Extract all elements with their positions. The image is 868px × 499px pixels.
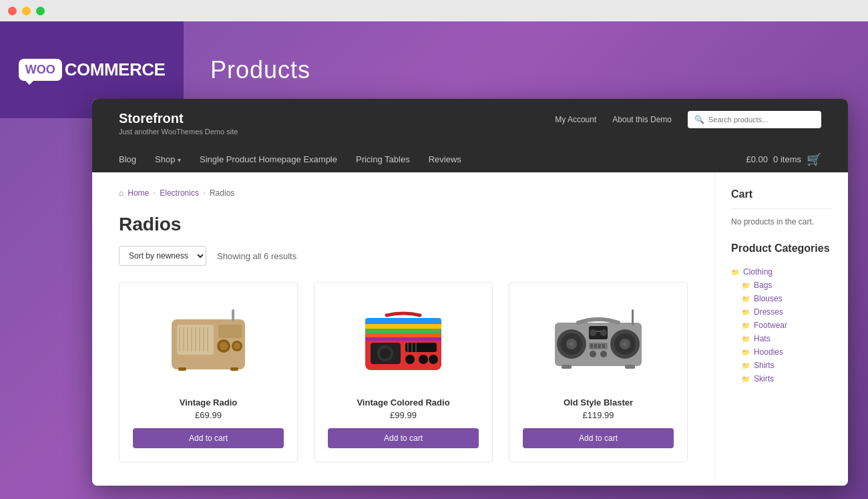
add-to-cart-1[interactable]: Add to cart xyxy=(328,428,479,448)
folder-icon-skirts: 📁 xyxy=(742,375,750,383)
product-name-1: Vintage Colored Radio xyxy=(328,397,479,407)
cart-area[interactable]: £0.00 0 items 🛒 xyxy=(746,152,821,167)
folder-icon-hats: 📁 xyxy=(742,335,750,343)
category-item-skirts[interactable]: 📁 Skirts xyxy=(731,372,832,385)
category-list: 📁 Clothing 📁 Bags 📁 Blouses 📁 Dresses 📁 xyxy=(731,265,832,385)
svg-rect-51 xyxy=(602,344,605,348)
svg-point-14 xyxy=(234,343,240,349)
folder-icon-shirts: 📁 xyxy=(742,362,750,369)
svg-point-32 xyxy=(419,355,428,364)
breadcrumb-electronics[interactable]: Electronics xyxy=(160,188,199,198)
category-label-skirts: Skirts xyxy=(754,374,774,383)
page-title-header: Products xyxy=(210,56,868,84)
add-to-cart-0[interactable]: Add to cart xyxy=(133,428,284,448)
svg-point-44 xyxy=(590,329,596,336)
cart-divider xyxy=(731,208,832,209)
maximize-button[interactable] xyxy=(36,7,45,15)
breadcrumb: ⌂ Home › Electronics › Radios xyxy=(119,188,688,198)
category-item-blouses[interactable]: 📁 Blouses xyxy=(731,292,832,305)
cart-icon: 🛒 xyxy=(807,152,821,167)
cart-items-count: 0 items xyxy=(773,154,801,164)
header-nav-links: My Account About this Demo 🔍 xyxy=(555,111,821,128)
product-price-2: £119.99 xyxy=(523,410,674,420)
page-title: Radios xyxy=(119,214,688,235)
category-item-dresses[interactable]: 📁 Dresses xyxy=(731,305,832,319)
single-product-link[interactable]: Single Product Homepage Example xyxy=(200,146,337,172)
category-item-clothing[interactable]: 📁 Clothing xyxy=(731,265,832,279)
category-label-hats: Hats xyxy=(754,334,771,343)
product-price-0: £69.99 xyxy=(133,410,284,420)
colored-radio-image xyxy=(360,306,447,379)
cart-total: £0.00 xyxy=(746,154,769,164)
mac-titlebar xyxy=(0,0,868,21)
svg-rect-20 xyxy=(365,324,441,329)
reviews-link[interactable]: Reviews xyxy=(429,146,461,172)
category-label-dresses: Dresses xyxy=(754,307,783,317)
woocommerce-logo: WOO COMMERCE xyxy=(19,59,166,81)
vintage-radio-image xyxy=(165,306,252,379)
sort-bar: Sort by newness Showing all 6 results xyxy=(119,246,688,266)
minimize-button[interactable] xyxy=(22,7,31,15)
category-item-hoodies[interactable]: 📁 Hoodies xyxy=(731,345,832,359)
category-item-bags[interactable]: 📁 Bags xyxy=(731,279,832,292)
svg-rect-17 xyxy=(230,367,238,371)
svg-rect-54 xyxy=(632,309,634,325)
my-account-link[interactable]: My Account xyxy=(555,115,596,124)
site-identity: Storefront Just another WooThemes Demo s… xyxy=(119,111,238,136)
cart-empty-message: No products in the cart. xyxy=(731,217,832,226)
close-button[interactable] xyxy=(8,7,17,15)
product-card-colored-radio[interactable]: Vintage Colored Radio £99.99 Add to cart xyxy=(314,282,493,462)
blog-link[interactable]: Blog xyxy=(119,146,136,172)
search-bar: 🔍 xyxy=(688,111,821,128)
search-icon: 🔍 xyxy=(694,115,704,124)
folder-icon-blouses: 📁 xyxy=(742,295,750,303)
product-card-boombox[interactable]: Old Style Blaster £119.99 Add to cart xyxy=(509,282,688,462)
product-name-0: Vintage Radio xyxy=(133,397,284,407)
product-image-boombox xyxy=(523,296,674,389)
svg-point-38 xyxy=(570,342,574,346)
svg-rect-50 xyxy=(598,344,601,348)
folder-icon-footwear: 📁 xyxy=(742,322,750,329)
folder-icon-dresses: 📁 xyxy=(742,309,750,316)
breadcrumb-sep-1: › xyxy=(153,188,156,198)
svg-rect-49 xyxy=(594,344,597,348)
shop-link[interactable]: Shop ▾ xyxy=(155,146,181,172)
category-label-shirts: Shirts xyxy=(754,361,775,370)
product-price-1: £99.99 xyxy=(328,410,479,420)
sidebar: Cart No products in the cart. Product Ca… xyxy=(714,172,848,486)
shop-label: Shop xyxy=(155,154,175,164)
cart-sidebar-title: Cart xyxy=(731,188,832,200)
sort-select[interactable]: Sort by newness xyxy=(119,246,206,266)
add-to-cart-2[interactable]: Add to cart xyxy=(523,428,674,448)
svg-point-45 xyxy=(600,329,607,336)
svg-point-53 xyxy=(600,351,607,357)
commerce-text: COMMERCE xyxy=(65,59,166,80)
pricing-link[interactable]: Pricing Tables xyxy=(356,146,410,172)
breadcrumb-sep-2: › xyxy=(203,188,206,198)
category-item-hats[interactable]: 📁 Hats xyxy=(731,332,832,345)
svg-point-33 xyxy=(429,355,438,364)
categories-title: Product Categories xyxy=(731,242,832,255)
site-header-top: Storefront Just another WooThemes Demo s… xyxy=(119,111,821,136)
main-content: ⌂ Home › Electronics › Radios Radios Sor… xyxy=(92,172,848,486)
svg-rect-55 xyxy=(562,365,572,369)
nav-links: Blog Shop ▾ Single Product Homepage Exam… xyxy=(119,146,461,172)
site-header: Storefront Just another WooThemes Demo s… xyxy=(92,99,848,172)
category-label-blouses: Blouses xyxy=(754,294,783,303)
category-label-clothing: Clothing xyxy=(743,267,773,277)
category-item-footwear[interactable]: 📁 Footwear xyxy=(731,319,832,332)
svg-rect-27 xyxy=(405,343,437,352)
site-name: Storefront xyxy=(119,111,238,126)
svg-rect-16 xyxy=(178,367,186,371)
category-item-shirts[interactable]: 📁 Shirts xyxy=(731,359,832,372)
product-card-vintage-radio[interactable]: Vintage Radio £69.99 Add to cart xyxy=(119,282,298,462)
woo-bubble: WOO xyxy=(19,59,62,81)
svg-point-31 xyxy=(405,355,415,364)
search-input[interactable] xyxy=(708,116,815,124)
breadcrumb-home[interactable]: Home xyxy=(128,188,149,198)
svg-rect-56 xyxy=(625,365,635,369)
about-demo-link[interactable]: About this Demo xyxy=(612,115,672,124)
breadcrumb-current: Radios xyxy=(210,188,234,198)
folder-icon-clothing: 📁 xyxy=(731,269,739,276)
svg-rect-48 xyxy=(590,344,593,348)
